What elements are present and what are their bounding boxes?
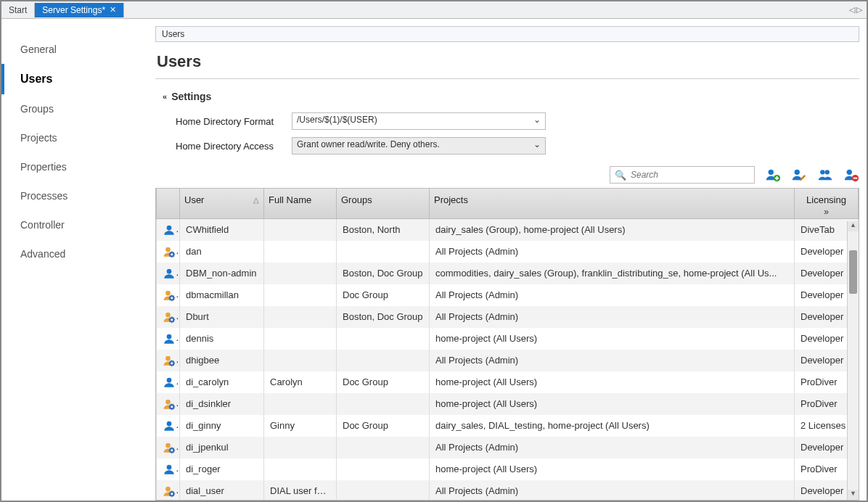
divider bbox=[155, 78, 859, 79]
col-icon[interactable] bbox=[157, 189, 180, 219]
scrollbar-thumb[interactable] bbox=[849, 250, 857, 294]
breadcrumb[interactable]: Users bbox=[155, 26, 859, 42]
svg-point-27 bbox=[165, 443, 171, 448]
add-user-icon[interactable] bbox=[765, 167, 781, 183]
cell-full-name bbox=[264, 328, 337, 350]
duplicate-user-icon[interactable] bbox=[817, 167, 833, 183]
table-row[interactable]: DburtBoston, Doc GroupAll Projects (Admi… bbox=[157, 306, 859, 328]
tab-start[interactable]: Start bbox=[1, 3, 35, 17]
sidebar-item-processes[interactable]: Processes bbox=[1, 181, 155, 210]
svg-point-22 bbox=[167, 377, 172, 382]
search-input[interactable] bbox=[631, 170, 750, 180]
edit-user-icon[interactable] bbox=[791, 167, 807, 183]
svg-point-10 bbox=[171, 253, 173, 255]
svg-point-25 bbox=[171, 406, 173, 408]
col-licensing[interactable]: Licensing » bbox=[795, 189, 859, 219]
tab-server-settings[interactable]: Server Settings* ✕ bbox=[35, 3, 124, 17]
table-row[interactable]: CWhitfieldBoston, Northdairy_sales (Grou… bbox=[157, 219, 859, 241]
sidebar-item-properties[interactable]: Properties bbox=[1, 152, 155, 181]
cell-user: di_roger bbox=[180, 458, 264, 480]
cell-full-name bbox=[264, 437, 337, 458]
svg-point-33 bbox=[171, 493, 173, 495]
col-groups[interactable]: Groups bbox=[337, 189, 430, 219]
sidebar-item-general[interactable]: General bbox=[1, 35, 155, 64]
tab-next-icon[interactable]: ▷ bbox=[856, 5, 862, 15]
cell-user: di_jpenkul bbox=[180, 437, 264, 458]
user-type-icon bbox=[157, 480, 180, 501]
cell-projects: All Projects (Admin) bbox=[430, 350, 795, 371]
sidebar-item-controller[interactable]: Controller bbox=[1, 210, 155, 239]
cell-groups bbox=[337, 480, 430, 501]
close-icon[interactable]: ✕ bbox=[110, 5, 116, 15]
settings-heading: Settings bbox=[171, 91, 211, 102]
table-row[interactable]: di_jpenkulAll Projects (Admin)Developer bbox=[157, 437, 859, 458]
cell-user: dial_user bbox=[180, 480, 264, 501]
cell-projects: All Projects (Admin) bbox=[430, 284, 795, 306]
cell-user: di_dsinkler bbox=[180, 393, 264, 415]
cell-projects: All Projects (Admin) bbox=[430, 306, 795, 328]
expand-columns-icon[interactable]: » bbox=[795, 207, 858, 217]
cell-full-name bbox=[264, 306, 337, 328]
cell-projects: home-project (All Users) bbox=[430, 328, 795, 350]
cell-full-name: DIAL user for ... bbox=[264, 480, 337, 501]
svg-point-17 bbox=[171, 318, 173, 321]
vertical-scrollbar[interactable]: ▲ ▼ bbox=[847, 221, 859, 500]
svg-point-18 bbox=[167, 334, 172, 339]
cell-groups: Boston, North bbox=[337, 219, 430, 241]
table-row[interactable]: di_dsinklerhome-project (All Users)ProDi… bbox=[157, 393, 859, 415]
col-user[interactable]: User △ bbox=[180, 189, 264, 219]
cell-groups bbox=[337, 241, 430, 263]
table-row[interactable]: DBM_non-adminBoston, Doc Groupcommoditie… bbox=[157, 263, 859, 284]
sidebar-item-advanced[interactable]: Advanced bbox=[1, 239, 155, 268]
user-type-icon bbox=[157, 415, 180, 437]
remove-user-icon[interactable] bbox=[843, 167, 859, 183]
cell-full-name bbox=[264, 219, 337, 241]
cell-groups bbox=[337, 328, 430, 350]
cell-full-name: Carolyn bbox=[264, 371, 337, 393]
search-icon: 🔍 bbox=[615, 170, 626, 181]
cell-groups bbox=[337, 458, 430, 480]
table-row[interactable]: di_ginnyGinnyDoc Groupdairy_sales, DIAL_… bbox=[157, 415, 859, 437]
cell-projects: commodities, dairy_sales (Group), frankl… bbox=[430, 263, 795, 284]
cell-groups: Boston, Doc Group bbox=[337, 263, 430, 284]
home-dir-format-combo[interactable]: /Users/$(1)/$(USER) bbox=[292, 112, 546, 130]
search-box[interactable]: 🔍 bbox=[610, 166, 755, 184]
col-projects[interactable]: Projects bbox=[430, 189, 795, 219]
svg-point-29 bbox=[171, 449, 173, 451]
tab-prev-icon[interactable]: ◁ bbox=[849, 5, 855, 15]
cell-projects: dairy_sales (Group), home-project (All U… bbox=[430, 219, 795, 241]
home-dir-access-combo[interactable]: Grant owner read/write. Deny others. bbox=[292, 137, 546, 155]
scroll-up-icon[interactable]: ▲ bbox=[848, 221, 859, 231]
cell-user: dan bbox=[180, 241, 264, 263]
cell-user: dbmacmillan bbox=[180, 284, 264, 306]
table-row[interactable]: dbmacmillanDoc GroupAll Projects (Admin)… bbox=[157, 284, 859, 306]
sidebar-item-groups[interactable]: Groups bbox=[1, 94, 155, 123]
cell-full-name bbox=[264, 458, 337, 480]
cell-groups: Doc Group bbox=[337, 415, 430, 437]
user-type-icon bbox=[157, 241, 180, 263]
col-full-name[interactable]: Full Name bbox=[264, 189, 337, 219]
table-row[interactable]: dial_userDIAL user for ...All Projects (… bbox=[157, 480, 859, 501]
user-type-icon bbox=[157, 458, 180, 480]
table-row[interactable]: dhigbeeAll Projects (Admin)Developer bbox=[157, 350, 859, 371]
users-table-wrap: User △ Full Name Groups Projects Licensi… bbox=[155, 188, 859, 501]
table-header-row: User △ Full Name Groups Projects Licensi… bbox=[157, 189, 859, 219]
table-row[interactable]: di_rogerhome-project (All Users)ProDiver bbox=[157, 458, 859, 480]
sort-asc-icon: △ bbox=[253, 196, 259, 204]
scroll-down-icon[interactable]: ▼ bbox=[848, 490, 859, 500]
table-row[interactable]: dennishome-project (All Users)Developer bbox=[157, 328, 859, 350]
table-row[interactable]: di_carolynCarolynDoc Grouphome-project (… bbox=[157, 371, 859, 393]
cell-user: di_carolyn bbox=[180, 371, 264, 393]
cell-groups bbox=[337, 350, 430, 371]
svg-point-3 bbox=[820, 170, 824, 174]
svg-point-12 bbox=[165, 290, 171, 295]
svg-point-4 bbox=[825, 170, 830, 174]
table-row[interactable]: danAll Projects (Admin)Developer bbox=[157, 241, 859, 263]
cell-full-name bbox=[264, 241, 337, 263]
cell-projects: home-project (All Users) bbox=[430, 371, 795, 393]
sidebar-item-projects[interactable]: Projects bbox=[1, 123, 155, 152]
settings-toggle[interactable]: « Settings bbox=[163, 91, 867, 102]
cell-user: DBM_non-admin bbox=[180, 263, 264, 284]
sidebar-item-users[interactable]: Users bbox=[1, 64, 155, 94]
cell-groups: Doc Group bbox=[337, 371, 430, 393]
